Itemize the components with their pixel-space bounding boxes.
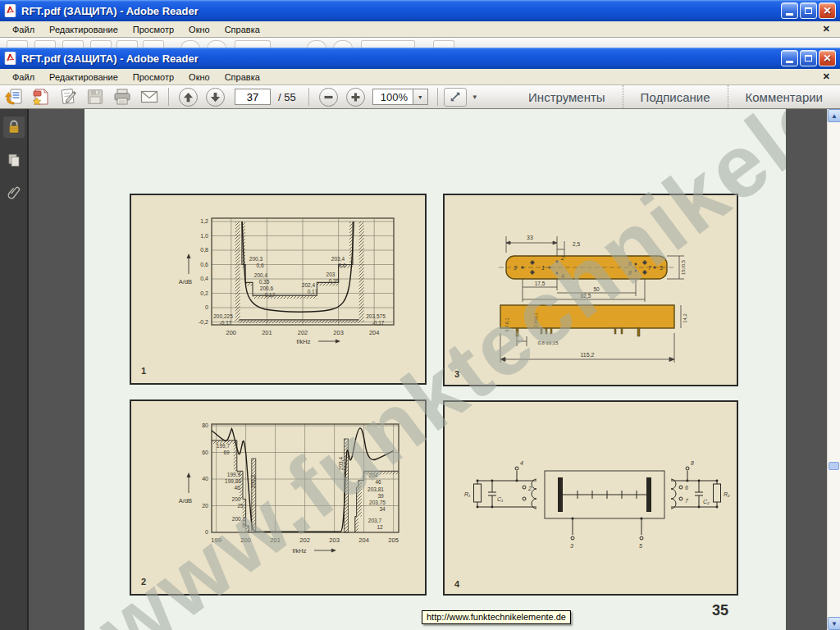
sign-panel-button[interactable]: Подписание (623, 85, 728, 108)
restore-button[interactable] (800, 50, 817, 66)
next-page-button[interactable] (206, 88, 225, 107)
zoom-out-button[interactable] (319, 88, 338, 107)
fig1-ytick: 0,2 (200, 290, 208, 296)
back-menubar-close-icon[interactable]: ✕ (823, 24, 835, 34)
back-menu-view[interactable]: Просмотр (126, 23, 181, 36)
page-number: 35 (712, 602, 728, 619)
menu-file[interactable]: Файл (5, 71, 42, 84)
fig3-dim: 82,5 (581, 293, 591, 299)
fig1-ytick: 0 (205, 304, 208, 310)
minimize-button[interactable] (781, 50, 798, 66)
fig2-xtick: 203 (329, 536, 340, 544)
back-window-title: RFT.pdf (ЗАЩИТА) - Adobe Reader (21, 5, 199, 17)
zoom-level-value[interactable]: 100% (373, 89, 413, 104)
figure-1-svg: 1,2 1,0 0,8 0,6 0,4 0,2 0 -0,2 200 201 2… (131, 195, 425, 383)
fig1-annotation: 0,6 (256, 262, 263, 268)
back-minimize-button[interactable] (781, 2, 798, 19)
page-thumbnails-button[interactable] (3, 149, 25, 171)
fill-sign-icon (58, 87, 78, 107)
toolbar-separator (308, 88, 309, 106)
security-settings-button[interactable] (3, 116, 25, 138)
back-menu-edit[interactable]: Редактирование (42, 23, 126, 36)
back-restore-button[interactable] (800, 2, 817, 19)
minimize-icon (786, 13, 793, 16)
lock-icon (7, 120, 21, 135)
fig2-annotation: 200,1 (232, 516, 246, 522)
pdf-page: 1,2 1,0 0,8 0,6 0,4 0,2 0 -0,2 200 201 2… (84, 109, 786, 630)
fig2-annotation-vertical: 203,4 (338, 456, 344, 470)
scroll-down-button[interactable]: ▼ (828, 617, 840, 630)
back-window-titlebar: RFT.pdf (ЗАЩИТА) - Adobe Reader ✕ (0, 0, 840, 21)
plus-icon (349, 91, 362, 103)
fig3-pin: 8 (628, 270, 632, 276)
fig2-xtick: 202 (299, 536, 310, 544)
panel-buttons: Инструменты Подписание Комментарии (511, 85, 840, 108)
email-button[interactable] (135, 86, 162, 108)
fig3-dim: 15±0,5 (681, 259, 686, 275)
menu-window[interactable]: Окно (181, 71, 217, 84)
zoom-in-button[interactable] (346, 88, 365, 107)
fig3-dim: 2,5 (573, 241, 580, 247)
restore-icon (805, 55, 812, 62)
fig1-annotation: 0,17 (265, 292, 276, 298)
back-menu-file[interactable]: Файл (5, 23, 42, 36)
back-close-button[interactable]: ✕ (819, 2, 836, 19)
back-menu-window[interactable]: Окно (181, 23, 217, 36)
fig1-ytick: 0,4 (200, 276, 208, 281)
fig1-annotation: -0,17 (220, 320, 232, 326)
save-icon (85, 87, 105, 107)
fig2-annotation: 5 (242, 523, 245, 528)
scrollbar-thumb[interactable] (829, 462, 839, 470)
fig1-annotation: 203,4 (331, 256, 345, 262)
fig2-annotation: 39 (377, 493, 384, 499)
back-window-menubar: Файл Редактирование Просмотр Окно Справк… (0, 21, 840, 37)
print-button[interactable] (108, 86, 135, 108)
fig2-annotation: 199,9 (227, 472, 241, 477)
fit-width-icon (450, 91, 461, 103)
fig1-annotation: 203,575 (366, 313, 386, 319)
fig2-xtick: 205 (388, 536, 399, 544)
back-menu-help[interactable]: Справка (217, 23, 267, 36)
scroll-up-button[interactable]: ▲ (828, 109, 840, 122)
fig4-pin8-label: 8 (691, 460, 694, 466)
page-number-input[interactable] (235, 89, 271, 105)
tools-panel-button[interactable]: Инструменты (511, 85, 623, 108)
fig2-annotation: 25 (237, 503, 244, 509)
fit-width-button[interactable] (444, 88, 467, 107)
close-button[interactable]: ✕ (819, 50, 836, 66)
fill-sign-button[interactable] (54, 86, 81, 108)
print-icon (112, 87, 132, 107)
fig2-annotation: 203,7 (368, 518, 382, 523)
menu-help[interactable]: Справка (217, 71, 267, 84)
fig4-r1-label: R₁ (464, 491, 471, 497)
save-button[interactable] (81, 86, 108, 108)
fig2-annotation: 204 (369, 472, 378, 478)
fig4-c2-label: C₂ (703, 499, 710, 504)
fig1-ytick: 0,8 (200, 247, 208, 253)
fig3-dim: 33 (527, 235, 533, 240)
close-icon: ✕ (823, 6, 831, 16)
fig3-pin: 3 (514, 265, 517, 271)
page-total-label: / 55 (278, 91, 296, 103)
fig3-dim: 5,7-0,1 (504, 317, 509, 331)
menubar-close-icon[interactable]: ✕ (823, 71, 835, 82)
fig2-annotation: 46 (375, 479, 381, 485)
link-tooltip: http://www.funktechnikelemente.de (422, 610, 571, 624)
fig2-annotation-vertical: 200,2 (250, 474, 256, 488)
zoom-dropdown-button[interactable]: ▼ (413, 89, 427, 104)
menu-view[interactable]: Просмотр (126, 71, 181, 84)
menu-edit[interactable]: Редактирование (42, 71, 126, 84)
more-tools-caret-icon[interactable]: ▼ (472, 94, 478, 101)
previous-page-button[interactable] (179, 88, 198, 107)
fig3-dim: 115,2 (581, 352, 595, 358)
attachments-button[interactable] (3, 182, 25, 203)
fig1-annotation: 0,6 (338, 262, 345, 268)
fig2-annotation: 12 (377, 524, 383, 530)
open-button[interactable] (0, 86, 27, 108)
fig3-pin: 6 (628, 261, 632, 267)
comment-panel-button[interactable]: Комментарии (728, 85, 840, 108)
fig1-xtick: 200 (226, 329, 237, 336)
vertical-scrollbar[interactable]: ▲ ▼ (827, 109, 840, 630)
create-pdf-button[interactable] (27, 86, 54, 108)
figure-3-label: 3 (454, 369, 459, 379)
